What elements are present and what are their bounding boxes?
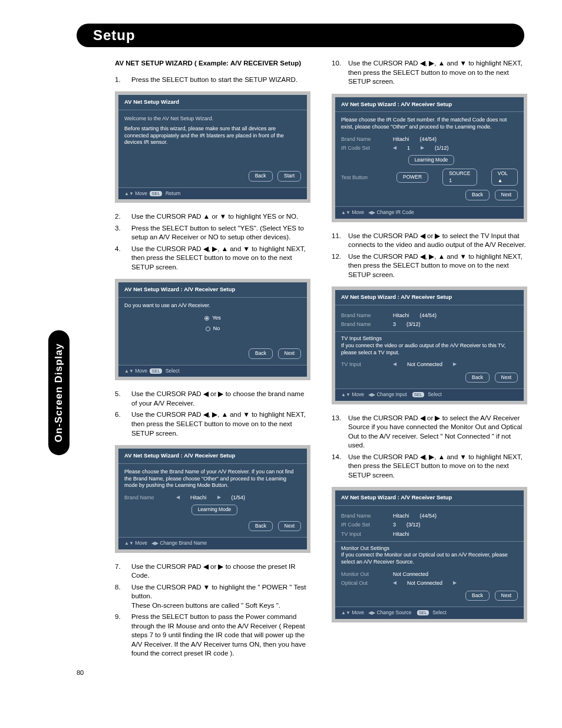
power-test-button[interactable]: POWER — [396, 172, 428, 182]
step-num: 1. — [115, 75, 131, 85]
panel-message: Monitor Out Settings If you connect the … — [341, 545, 518, 566]
step-text: Press the SELECT button to pass the Powe… — [131, 612, 310, 658]
panel-title: AV Net Setup Wizard : A/V Receiver Setup — [335, 290, 524, 305]
back-button[interactable]: Back — [465, 373, 490, 383]
next-button[interactable]: Next — [495, 373, 518, 383]
panel-footer: ▲▼ Move SEL Select — [118, 365, 307, 377]
brand-row[interactable]: Brand Name ◀ Hitachi ▶ (1/54) — [124, 494, 301, 501]
page-title: Setup — [93, 27, 135, 44]
panel-title: AV Net Setup Wizard — [118, 95, 307, 110]
left-arrow-icon: ◀ — [393, 145, 396, 151]
sel-icon: SEL — [150, 191, 161, 196]
updown-icon: ▲▼ — [341, 392, 351, 397]
panel-message: TV Input Settings If you connect the vid… — [341, 335, 518, 356]
left-steps-5to6: 5.Use the CURSOR PAD ◀ or ▶ to choose th… — [115, 390, 310, 438]
panel-message: Please choose the IR Code Set number. If… — [341, 117, 518, 130]
learning-mode-button[interactable]: Learning Mode — [191, 505, 238, 515]
panel-footer: ▲▼ Move ◀▶ Change Source SEL Select — [335, 607, 524, 619]
step-text: Use the CURSOR PAD ◀ or ▶ to choose the … — [131, 390, 310, 408]
step-num: 11. — [332, 232, 348, 250]
ir-code-row[interactable]: IR Code Set◀1▶(1/12) — [341, 144, 518, 151]
updown-icon: ▲▼ — [124, 191, 134, 196]
next-button[interactable]: Next — [495, 591, 518, 601]
right-arrow-icon: ▶ — [453, 580, 457, 587]
panel-footer: ▲▼ Move ◀▶ Change IR Code — [335, 206, 524, 219]
back-button[interactable]: Back — [465, 591, 490, 601]
back-button[interactable]: Back — [465, 190, 490, 200]
right-arrow-icon: ▶ — [453, 361, 457, 368]
wizard-panel-tvinput: AV Net Setup Wizard : A/V Receiver Setup… — [332, 286, 527, 404]
wizard-panel-welcome: AV Net Setup Wizard Welcome to the AV Ne… — [115, 91, 310, 203]
sel-icon: SEL — [412, 392, 424, 397]
step-text: Press the SELECT button to start the SET… — [131, 75, 310, 85]
radio-yes[interactable]: Yes — [124, 314, 301, 321]
right-column: 10.Use the CURSOR PAD ◀, ▶, ▲ and ▼ to h… — [332, 59, 527, 661]
right-step-10: 10.Use the CURSOR PAD ◀, ▶, ▲ and ▼ to h… — [332, 59, 527, 87]
learning-mode-button[interactable]: Learning Mode — [408, 155, 455, 165]
wizard-panel-brand: AV Net Setup Wizard : A/V Receiver Setup… — [115, 445, 310, 553]
panel-title: AV Net Setup Wizard : A/V Receiver Setup — [118, 449, 307, 464]
panel-subtitle: Welcome to the AV Net Setup Wizard. — [124, 115, 301, 122]
step-text: Use the CURSOR PAD ◀, ▶, ▲ and ▼ to high… — [131, 245, 310, 272]
step-num: 4. — [115, 245, 131, 272]
leftright-icon: ◀▶ — [368, 392, 375, 397]
left-column: AV NET SETUP WIZARD ( Example: A/V RECEI… — [115, 59, 310, 661]
wizard-panel-monitorout: AV Net Setup Wizard : A/V Receiver Setup… — [332, 487, 527, 622]
step-num: 3. — [115, 224, 131, 242]
right-steps-13to14: 13.Use the CURSOR PAD ◀ or ▶ to select t… — [332, 414, 527, 480]
start-button[interactable]: Start — [277, 171, 301, 181]
panel-message: Before starting this wizard, please make… — [124, 126, 301, 146]
panel-footer: ▲▼ Move ◀▶ Change Brand Name — [118, 537, 307, 549]
leftright-icon: ◀▶ — [368, 610, 375, 615]
step-num: 10. — [332, 59, 348, 87]
next-button[interactable]: Next — [278, 521, 301, 531]
volup-test-button[interactable]: VOL ▲ — [491, 169, 518, 186]
sel-icon: SEL — [417, 610, 429, 615]
page-header: Setup — [77, 24, 524, 47]
step-text: Use the CURSOR PAD ◀, ▶, ▲ and ▼ to high… — [131, 410, 310, 438]
left-arrow-icon: ◀ — [176, 495, 180, 501]
source1-test-button[interactable]: SOURCE 1 — [442, 169, 477, 186]
updown-icon: ▲▼ — [124, 541, 134, 546]
step-num: 7. — [115, 562, 131, 581]
step-num: 2. — [115, 212, 131, 222]
tv-input-row[interactable]: TV Input◀Not Connected▶ — [341, 361, 518, 368]
right-steps-11to12: 11.Use the CURSOR PAD ◀ or ▶ to select t… — [332, 232, 527, 280]
panel-question: Do you want to use an A/V Receiver. — [124, 302, 301, 309]
optical-out-row[interactable]: Optical Out◀Not Connected▶ — [341, 579, 518, 587]
panel-title: AV Net Setup Wizard : A/V Receiver Setup — [335, 97, 524, 113]
back-button[interactable]: Back — [249, 171, 273, 181]
step-text: Use the CURSOR PAD ▼ to highlight the " … — [131, 583, 310, 611]
step-num: 5. — [115, 390, 131, 408]
step-num: 14. — [332, 453, 348, 480]
next-button[interactable]: Next — [278, 348, 301, 358]
panel-footer: ▲▼ Move SEL Return — [118, 187, 307, 200]
page-number: 80 — [77, 669, 84, 676]
next-button[interactable]: Next — [495, 190, 518, 200]
left-arrow-icon: ◀ — [393, 361, 396, 368]
left-steps-2to4: 2.Use the CURSOR PAD ▲ or ▼ to highlight… — [115, 212, 310, 272]
step-text: Use the CURSOR PAD ◀, ▶, ▲ and ▼ to high… — [348, 252, 527, 280]
left-arrow-icon: ◀ — [393, 580, 396, 587]
step-num: 8. — [115, 583, 131, 611]
step-num: 12. — [332, 252, 348, 280]
step-text: Press the SELECT button to select "YES".… — [131, 224, 310, 242]
back-button[interactable]: Back — [249, 348, 273, 358]
leftright-icon: ◀▶ — [368, 210, 375, 215]
step-text: Use the CURSOR PAD ▲ or ▼ to highlight Y… — [131, 212, 310, 222]
step-text: Use the CURSOR PAD ◀ or ▶ to select the … — [348, 232, 527, 250]
step-num: 9. — [115, 612, 131, 658]
panel-title: AV Net Setup Wizard : A/V Receiver Setup — [118, 282, 307, 298]
step-text: Use the CURSOR PAD ◀, ▶, ▲ and ▼ to high… — [348, 59, 527, 87]
step-num: 13. — [332, 414, 348, 450]
panel-footer: ▲▼ Move ◀▶ Change Input SEL Select — [335, 388, 524, 401]
updown-icon: ▲▼ — [341, 610, 351, 615]
step-text: Use the CURSOR PAD ◀, ▶, ▲ and ▼ to high… — [348, 453, 527, 480]
radio-no[interactable]: No — [124, 325, 301, 332]
right-arrow-icon: ▶ — [217, 495, 221, 501]
step-text: Use the CURSOR PAD ◀ or ▶ to choose the … — [131, 562, 310, 581]
step-text: Use the CURSOR PAD ◀ or ▶ to select the … — [348, 414, 527, 450]
back-button[interactable]: Back — [249, 521, 273, 531]
wizard-panel-yesno: AV Net Setup Wizard : A/V Receiver Setup… — [115, 279, 310, 380]
section-heading: AV NET SETUP WIZARD ( Example: A/V RECEI… — [115, 59, 310, 68]
